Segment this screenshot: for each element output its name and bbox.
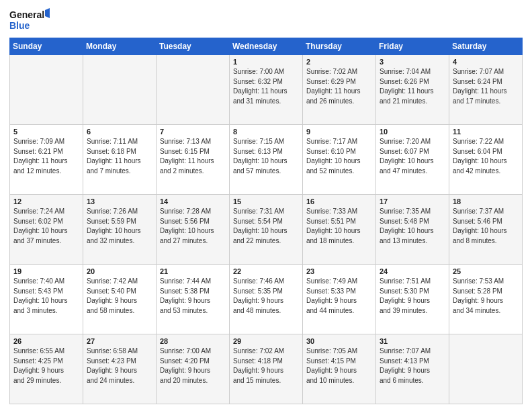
day-cell-13: 13Sunrise: 7:26 AM Sunset: 5:59 PM Dayli… [83,195,157,265]
day-info-19: Sunrise: 7:40 AM Sunset: 5:43 PM Dayligh… [13,277,79,316]
day-number-6: 6 [87,128,152,136]
day-number-10: 10 [380,128,445,136]
week-row-2: 5Sunrise: 7:09 AM Sunset: 6:21 PM Daylig… [10,125,523,195]
day-info-15: Sunrise: 7:31 AM Sunset: 5:54 PM Dayligh… [233,207,299,246]
day-number-29: 29 [233,337,299,345]
day-cell-4: 4Sunrise: 7:07 AM Sunset: 6:24 PM Daylig… [449,55,523,125]
day-number-1: 1 [233,58,299,66]
day-cell-29: 29Sunrise: 7:02 AM Sunset: 4:18 PM Dayli… [230,334,303,404]
day-number-20: 20 [87,267,152,275]
day-cell-28: 28Sunrise: 7:00 AM Sunset: 4:20 PM Dayli… [157,334,230,404]
day-cell-2: 2Sunrise: 7:02 AM Sunset: 6:29 PM Daylig… [303,55,376,125]
day-cell-27: 27Sunrise: 6:58 AM Sunset: 4:23 PM Dayli… [83,334,157,404]
day-number-22: 22 [233,267,299,275]
header: General Blue [9,7,523,34]
day-info-2: Sunrise: 7:02 AM Sunset: 6:29 PM Dayligh… [306,67,372,106]
day-number-11: 11 [453,128,519,136]
day-info-25: Sunrise: 7:53 AM Sunset: 5:28 PM Dayligh… [453,277,519,316]
day-info-5: Sunrise: 7:09 AM Sunset: 6:21 PM Dayligh… [13,137,79,176]
weekday-header-wednesday: Wednesday [230,38,303,55]
day-number-14: 14 [160,197,226,205]
day-cell-26: 26Sunrise: 6:55 AM Sunset: 4:25 PM Dayli… [10,334,83,404]
day-info-17: Sunrise: 7:35 AM Sunset: 5:48 PM Dayligh… [380,207,445,246]
day-info-18: Sunrise: 7:37 AM Sunset: 5:46 PM Dayligh… [453,207,519,246]
day-number-3: 3 [380,58,445,66]
day-number-23: 23 [306,267,372,275]
day-number-19: 19 [13,267,79,275]
week-row-5: 26Sunrise: 6:55 AM Sunset: 4:25 PM Dayli… [10,334,523,404]
day-cell-24: 24Sunrise: 7:51 AM Sunset: 5:30 PM Dayli… [376,265,449,334]
day-info-16: Sunrise: 7:33 AM Sunset: 5:51 PM Dayligh… [306,207,372,246]
day-info-4: Sunrise: 7:07 AM Sunset: 6:24 PM Dayligh… [453,67,519,106]
day-cell-23: 23Sunrise: 7:49 AM Sunset: 5:33 PM Dayli… [303,265,376,334]
weekday-header-thursday: Thursday [303,38,376,55]
week-row-4: 19Sunrise: 7:40 AM Sunset: 5:43 PM Dayli… [10,265,523,334]
day-number-30: 30 [306,337,372,345]
day-cell-31: 31Sunrise: 7:07 AM Sunset: 4:13 PM Dayli… [376,334,449,404]
empty-cell [83,55,157,125]
day-number-9: 9 [306,128,372,136]
day-info-7: Sunrise: 7:13 AM Sunset: 6:15 PM Dayligh… [160,137,226,176]
day-info-31: Sunrise: 7:07 AM Sunset: 4:13 PM Dayligh… [380,347,445,385]
day-cell-7: 7Sunrise: 7:13 AM Sunset: 6:15 PM Daylig… [157,125,230,195]
day-info-10: Sunrise: 7:20 AM Sunset: 6:07 PM Dayligh… [380,137,445,176]
logo: General Blue [9,7,50,34]
weekday-header-monday: Monday [83,38,157,55]
day-number-13: 13 [87,197,152,205]
week-row-1: 1Sunrise: 7:00 AM Sunset: 6:32 PM Daylig… [10,55,523,125]
day-number-15: 15 [233,197,299,205]
day-info-9: Sunrise: 7:17 AM Sunset: 6:10 PM Dayligh… [306,137,372,176]
empty-cell [449,334,523,404]
day-cell-18: 18Sunrise: 7:37 AM Sunset: 5:46 PM Dayli… [449,195,523,265]
day-cell-8: 8Sunrise: 7:15 AM Sunset: 6:13 PM Daylig… [230,125,303,195]
day-info-23: Sunrise: 7:49 AM Sunset: 5:33 PM Dayligh… [306,277,372,316]
day-info-21: Sunrise: 7:44 AM Sunset: 5:38 PM Dayligh… [160,277,226,316]
day-number-2: 2 [306,58,372,66]
calendar-body: 1Sunrise: 7:00 AM Sunset: 6:32 PM Daylig… [10,55,523,404]
day-info-20: Sunrise: 7:42 AM Sunset: 5:40 PM Dayligh… [87,277,152,316]
day-cell-25: 25Sunrise: 7:53 AM Sunset: 5:28 PM Dayli… [449,265,523,334]
svg-marker-2 [45,7,50,19]
calendar-table: SundayMondayTuesdayWednesdayThursdayFrid… [9,38,523,404]
calendar-header: SundayMondayTuesdayWednesdayThursdayFrid… [10,38,523,55]
day-cell-1: 1Sunrise: 7:00 AM Sunset: 6:32 PM Daylig… [230,55,303,125]
day-number-7: 7 [160,128,226,136]
weekday-header-saturday: Saturday [449,38,523,55]
day-number-27: 27 [87,337,152,345]
day-info-1: Sunrise: 7:00 AM Sunset: 6:32 PM Dayligh… [233,67,299,106]
day-number-17: 17 [380,197,445,205]
day-info-8: Sunrise: 7:15 AM Sunset: 6:13 PM Dayligh… [233,137,299,176]
page: General Blue SundayMondayTuesdayWednesda… [0,0,532,411]
day-cell-17: 17Sunrise: 7:35 AM Sunset: 5:48 PM Dayli… [376,195,449,265]
day-cell-19: 19Sunrise: 7:40 AM Sunset: 5:43 PM Dayli… [10,265,83,334]
day-number-24: 24 [380,267,445,275]
day-number-12: 12 [13,197,79,205]
day-info-24: Sunrise: 7:51 AM Sunset: 5:30 PM Dayligh… [380,277,445,316]
empty-cell [157,55,230,125]
day-info-3: Sunrise: 7:04 AM Sunset: 6:26 PM Dayligh… [380,67,445,106]
day-number-28: 28 [160,337,226,345]
day-number-18: 18 [453,197,519,205]
week-row-3: 12Sunrise: 7:24 AM Sunset: 6:02 PM Dayli… [10,195,523,265]
day-number-21: 21 [160,267,226,275]
day-cell-6: 6Sunrise: 7:11 AM Sunset: 6:18 PM Daylig… [83,125,157,195]
svg-text:General: General [9,9,44,20]
empty-cell [10,55,83,125]
day-cell-11: 11Sunrise: 7:22 AM Sunset: 6:04 PM Dayli… [449,125,523,195]
day-info-30: Sunrise: 7:05 AM Sunset: 4:15 PM Dayligh… [306,347,372,385]
day-info-12: Sunrise: 7:24 AM Sunset: 6:02 PM Dayligh… [13,207,79,246]
weekday-row: SundayMondayTuesdayWednesdayThursdayFrid… [10,38,523,55]
day-info-6: Sunrise: 7:11 AM Sunset: 6:18 PM Dayligh… [87,137,152,176]
day-number-8: 8 [233,128,299,136]
day-cell-12: 12Sunrise: 7:24 AM Sunset: 6:02 PM Dayli… [10,195,83,265]
day-number-25: 25 [453,267,519,275]
day-info-28: Sunrise: 7:00 AM Sunset: 4:20 PM Dayligh… [160,347,226,385]
svg-text:Blue: Blue [9,20,30,31]
logo-svg: General Blue [9,7,50,34]
day-cell-14: 14Sunrise: 7:28 AM Sunset: 5:56 PM Dayli… [157,195,230,265]
day-number-16: 16 [306,197,372,205]
day-info-13: Sunrise: 7:26 AM Sunset: 5:59 PM Dayligh… [87,207,152,246]
day-cell-30: 30Sunrise: 7:05 AM Sunset: 4:15 PM Dayli… [303,334,376,404]
weekday-header-tuesday: Tuesday [157,38,230,55]
day-cell-22: 22Sunrise: 7:46 AM Sunset: 5:35 PM Dayli… [230,265,303,334]
